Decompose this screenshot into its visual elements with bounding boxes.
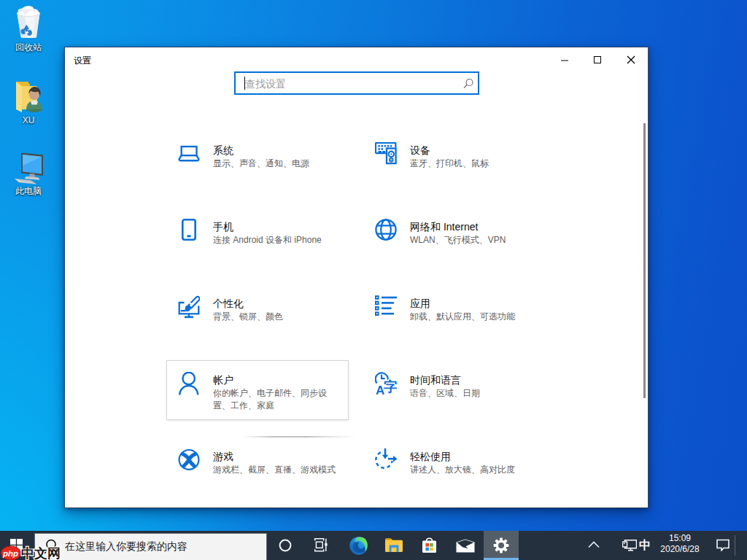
svg-text:字: 字 [384, 379, 397, 394]
svg-text:A: A [376, 384, 384, 396]
svg-text:中文网: 中文网 [21, 546, 61, 560]
svg-text:php: php [2, 549, 18, 558]
